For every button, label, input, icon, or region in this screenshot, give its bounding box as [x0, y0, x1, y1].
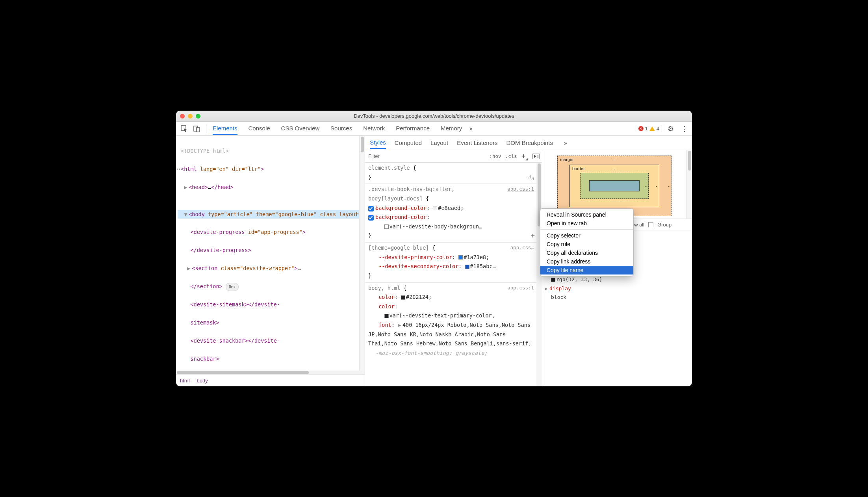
- font-editor-icon[interactable]: AA: [528, 172, 534, 182]
- group-checkbox[interactable]: [648, 222, 653, 227]
- selector-text: element.style: [368, 165, 413, 171]
- dom-snackbar-2[interactable]: snackbar>: [178, 354, 359, 363]
- issue-badges[interactable]: ✕ 1 4: [636, 125, 662, 132]
- selector-part: html: [388, 285, 401, 291]
- ctx-separator: [540, 229, 633, 230]
- toggle-checkbox-icon[interactable]: [368, 215, 374, 221]
- tab-elements[interactable]: Elements: [213, 122, 237, 135]
- dom-head[interactable]: ▶<head>…</head>: [178, 183, 359, 192]
- dom-progress-open[interactable]: <devsite-progress id="app-progress">: [178, 228, 359, 237]
- tab-css-overview[interactable]: CSS Overview: [281, 122, 320, 135]
- context-menu: Reveal in Sources panel Open in new tab …: [540, 208, 634, 276]
- crumb-body[interactable]: body: [197, 378, 208, 384]
- warning-icon: [649, 126, 655, 131]
- tab-memory[interactable]: Memory: [441, 122, 462, 135]
- declaration[interactable]: color: #202124;: [368, 294, 432, 300]
- window-title: DevTools - developers.google.com/web/too…: [176, 113, 692, 119]
- subtab-dom-breakpoints[interactable]: DOM Breakpoints: [506, 139, 553, 146]
- rule-theme-google-blue[interactable]: app.css… [theme=google-blue] { --devsite…: [365, 243, 536, 283]
- bm-border-label: border: [572, 166, 585, 171]
- ctx-reveal-sources[interactable]: Reveal in Sources panel: [540, 210, 633, 219]
- ctx-open-new-tab[interactable]: Open in new tab: [540, 219, 633, 228]
- cls-toggle[interactable]: .cls: [503, 153, 519, 159]
- elements-panel: <!DOCTYPE html> <html lang="en" dir="ltr…: [176, 136, 365, 386]
- source-link[interactable]: app.css:1: [507, 284, 534, 292]
- kebab-menu-icon[interactable]: ⋮: [679, 124, 690, 133]
- declaration[interactable]: color: var(--devsite-text-primary-color,: [368, 303, 495, 319]
- devtools-window: DevTools - developers.google.com/web/too…: [176, 111, 692, 386]
- tab-console[interactable]: Console: [249, 122, 270, 135]
- dom-section[interactable]: ▶<section class="devsite-wrapper">…: [178, 264, 359, 273]
- bm-margin-label: margin: [560, 157, 573, 162]
- declaration[interactable]: -moz-osx-font-smoothing: grayscale;: [368, 350, 487, 356]
- hov-toggle[interactable]: :hov: [488, 153, 503, 159]
- tab-performance[interactable]: Performance: [396, 122, 430, 135]
- subtab-layout[interactable]: Layout: [430, 139, 448, 146]
- main-toolbar: Elements Console CSS Overview Sources Ne…: [176, 122, 692, 136]
- styles-filter-row: :hov .cls +◢: [365, 150, 542, 163]
- ctx-copy-rule[interactable]: Copy rule: [540, 240, 633, 248]
- tab-sources[interactable]: Sources: [330, 122, 352, 135]
- dom-snackbar[interactable]: <devsite-snackbar></devsite-: [178, 336, 359, 345]
- styles-filter-input[interactable]: [365, 153, 488, 159]
- subtab-styles[interactable]: Styles: [370, 137, 386, 149]
- selector-part: [theme=google-blue]: [368, 245, 429, 251]
- new-style-rule-icon[interactable]: +◢: [519, 152, 530, 161]
- error-icon: ✕: [638, 126, 644, 131]
- error-count: 1: [645, 126, 648, 132]
- declaration[interactable]: background-color: var(--devsite-body-bac…: [368, 214, 482, 230]
- selector-part: .devsite-book-nav-bg:after: [368, 186, 451, 192]
- toggle-print-media-icon[interactable]: [532, 154, 540, 159]
- dom-ellipsis-icon: •••: [176, 166, 183, 172]
- breadcrumb: html body: [176, 375, 365, 386]
- rule-element-style[interactable]: element.style { } AA: [365, 163, 536, 184]
- tab-network[interactable]: Network: [363, 122, 385, 135]
- ctx-copy-file-name[interactable]: Copy file name: [540, 266, 633, 274]
- dom-progress-close[interactable]: </devsite-progress>: [178, 246, 359, 255]
- dom-body-selected[interactable]: ▼<body type="article" theme="google-blue…: [178, 210, 359, 219]
- styles-subtabs: Styles Computed Layout Event Listeners D…: [365, 136, 692, 150]
- dom-tree[interactable]: <!DOCTYPE html> <html lang="en" dir="ltr…: [176, 136, 359, 371]
- selector-part: body: [368, 285, 381, 291]
- declaration[interactable]: font: ▶400 16px/24px Roboto,Noto Sans,No…: [368, 322, 532, 347]
- toolbar-divider: [206, 124, 206, 133]
- dom-html-open[interactable]: <html lang="en" dir="ltr">: [178, 165, 359, 174]
- ctx-copy-declarations[interactable]: Copy all declarations: [540, 248, 633, 257]
- device-toolbar-icon[interactable]: [191, 124, 203, 134]
- computed-vertical-scrollbar[interactable]: [686, 150, 692, 219]
- declaration[interactable]: background-color: #e8eaed;: [368, 205, 464, 211]
- crumb-html[interactable]: html: [180, 378, 190, 384]
- toggle-checkbox-icon[interactable]: [368, 206, 374, 211]
- warning-count: 4: [657, 126, 659, 132]
- settings-icon[interactable]: ⚙: [666, 124, 675, 133]
- ctx-copy-link-address[interactable]: Copy link address: [540, 257, 633, 266]
- rule-body-layout-docs[interactable]: app.css:1 .devsite-book-nav-bg:after, bo…: [365, 184, 536, 243]
- panel-tabs: Elements Console CSS Overview Sources Ne…: [213, 122, 462, 135]
- computed-row[interactable]: ▶displayblock: [545, 284, 690, 302]
- dom-sitemask[interactable]: <devsite-sitemask></devsite-: [178, 300, 359, 309]
- declaration[interactable]: --devsite-secondary-color: #185abc…: [368, 263, 496, 269]
- subtab-event-listeners[interactable]: Event Listeners: [457, 139, 497, 146]
- declaration[interactable]: --devsite-primary-color: #1a73e8;: [368, 254, 489, 260]
- styles-filter-tools: :hov .cls +◢: [488, 152, 542, 161]
- dom-vertical-scrollbar[interactable]: [359, 136, 365, 371]
- ctx-copy-selector[interactable]: Copy selector: [540, 231, 633, 240]
- toolbar-right: ✕ 1 4 ⚙ ⋮: [636, 124, 690, 133]
- dom-section-close[interactable]: </section> flex: [178, 282, 359, 291]
- more-tabs-icon[interactable]: »: [469, 125, 473, 132]
- styles-body[interactable]: element.style { } AA app.css:1 .devsite-…: [365, 163, 536, 386]
- dom-sitemask-2[interactable]: sitemask>: [178, 318, 359, 327]
- selector-part: body[layout=docs]: [368, 195, 423, 202]
- flex-badge[interactable]: flex: [226, 283, 239, 291]
- subtab-more-icon[interactable]: »: [564, 139, 567, 146]
- inspect-element-icon[interactable]: [178, 124, 190, 134]
- dom-doctype[interactable]: <!DOCTYPE html>: [178, 147, 359, 156]
- subtab-computed[interactable]: Computed: [395, 139, 422, 146]
- insert-rule-icon[interactable]: +: [530, 229, 535, 242]
- source-link[interactable]: app.css…: [510, 243, 534, 252]
- dom-horizontal-scrollbar[interactable]: [176, 371, 365, 375]
- source-link[interactable]: app.css:1: [507, 185, 534, 193]
- rule-body-html[interactable]: app.css:1 body, html { color: #202124; c…: [365, 283, 536, 360]
- titlebar: DevTools - developers.google.com/web/too…: [176, 111, 692, 122]
- group-label: Group: [657, 222, 671, 228]
